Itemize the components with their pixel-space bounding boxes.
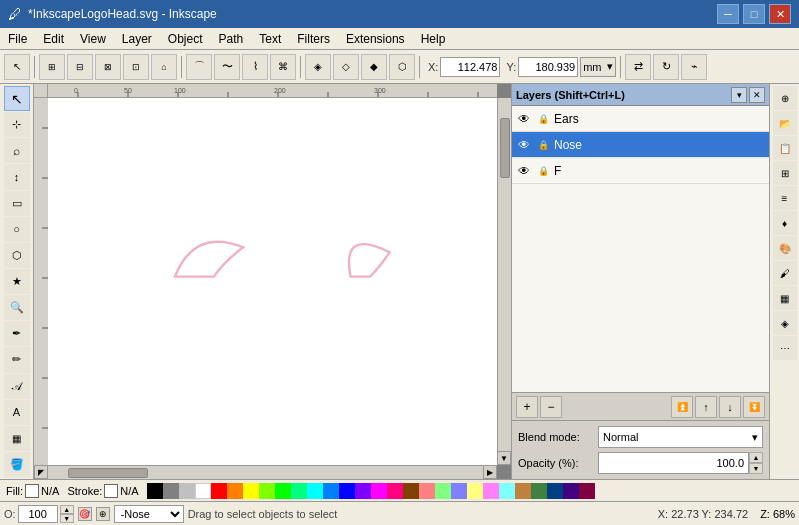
menu-edit[interactable]: Edit [35, 30, 72, 48]
ear-visibility-icon[interactable]: 👁 [516, 111, 532, 127]
snap-btn-3[interactable]: ⊠ [95, 54, 121, 80]
rtool-color2[interactable]: 🖌 [773, 261, 797, 285]
node-btn-2[interactable]: ◇ [333, 54, 359, 80]
palette-cream[interactable] [467, 483, 483, 499]
fill-swatch[interactable] [25, 484, 39, 498]
node-select[interactable]: -Nose [114, 505, 184, 523]
nose-lock-icon[interactable]: 🔒 [536, 138, 550, 152]
move-layer-down-btn[interactable]: ↓ [719, 396, 741, 418]
scroll-arrow-right[interactable]: ▶ [483, 465, 497, 479]
h-scroll-thumb[interactable] [68, 468, 148, 478]
layers-panel-close[interactable]: ✕ [749, 87, 765, 103]
node-btn-1[interactable]: ◈ [305, 54, 331, 80]
zoom-tool[interactable]: ⌕ [4, 138, 30, 163]
palette-green[interactable] [275, 483, 291, 499]
gradient-tool[interactable]: ▦ [4, 426, 30, 451]
palette-blue[interactable] [339, 483, 355, 499]
curve-btn-1[interactable]: ⌒ [186, 54, 212, 80]
menu-help[interactable]: Help [413, 30, 454, 48]
vertical-scrollbar[interactable] [497, 98, 511, 465]
rtool-paint[interactable]: 🎨 [773, 236, 797, 260]
palette-magenta[interactable] [371, 483, 387, 499]
curve-btn-3[interactable]: ⌇ [242, 54, 268, 80]
snap-btn-1[interactable]: ⊞ [39, 54, 65, 80]
circle-tool[interactable]: ○ [4, 217, 30, 242]
palette-white[interactable] [195, 483, 211, 499]
palette-salmon[interactable] [419, 483, 435, 499]
palette-tan[interactable] [515, 483, 531, 499]
menu-filters[interactable]: Filters [289, 30, 338, 48]
palette-silver[interactable] [179, 483, 195, 499]
rtool-open[interactable]: 📂 [773, 111, 797, 135]
layer-item-f[interactable]: 👁 🔒 F [512, 158, 769, 184]
rtool-layers[interactable]: ≡ [773, 186, 797, 210]
opacity-value[interactable]: 100.0 [598, 452, 749, 474]
menu-object[interactable]: Object [160, 30, 211, 48]
node-btn-3[interactable]: ◆ [361, 54, 387, 80]
node-btn-4[interactable]: ⬡ [389, 54, 415, 80]
nose-visibility-icon[interactable]: 👁 [516, 137, 532, 153]
node-tool[interactable]: ⊹ [4, 112, 30, 137]
ear-lock-icon[interactable]: 🔒 [536, 112, 550, 126]
palette-azure[interactable] [323, 483, 339, 499]
palette-rose[interactable] [387, 483, 403, 499]
rect-tool[interactable]: ▭ [4, 191, 30, 216]
palette-violet[interactable] [355, 483, 371, 499]
menu-path[interactable]: Path [211, 30, 252, 48]
transform-btn-1[interactable]: ⇄ [625, 54, 651, 80]
palette-mint[interactable] [435, 483, 451, 499]
pencil-tool[interactable]: ✏ [4, 347, 30, 372]
palette-lime[interactable] [259, 483, 275, 499]
transform-btn-3[interactable]: ⌁ [681, 54, 707, 80]
palette-gray[interactable] [163, 483, 179, 499]
rtool-more[interactable]: ⋯ [773, 336, 797, 360]
horizontal-scrollbar[interactable] [48, 465, 497, 479]
canvas[interactable] [48, 98, 497, 465]
rtool-pattern[interactable]: ▦ [773, 286, 797, 310]
x-input[interactable] [440, 57, 500, 77]
palette-orange[interactable] [227, 483, 243, 499]
move-layer-bottom-btn[interactable]: ⏬ [743, 396, 765, 418]
snap-btn-2[interactable]: ⊟ [67, 54, 93, 80]
pick-color-btn[interactable]: 🎯 [78, 507, 92, 521]
snap-btn-5[interactable]: ⌂ [151, 54, 177, 80]
canvas-container[interactable]: 0 50 100 200 300 0 [34, 84, 511, 479]
menu-layer[interactable]: Layer [114, 30, 160, 48]
rtool-snap[interactable]: ⊕ [773, 86, 797, 110]
magnify-tool[interactable]: 🔍 [4, 295, 30, 320]
palette-black[interactable] [147, 483, 163, 499]
layer-item-ears[interactable]: 👁 🔒 Ears [512, 106, 769, 132]
paint-tool[interactable]: 🪣 [4, 452, 30, 477]
text-tool[interactable]: A [4, 400, 30, 425]
palette-red[interactable] [211, 483, 227, 499]
stroke-swatch[interactable] [104, 484, 118, 498]
transform-btn-2[interactable]: ↻ [653, 54, 679, 80]
palette-pink[interactable] [483, 483, 499, 499]
pen-tool[interactable]: ✒ [4, 321, 30, 346]
palette-sky[interactable] [499, 483, 515, 499]
maximize-button[interactable]: □ [743, 4, 765, 24]
palette-indigo[interactable] [563, 483, 579, 499]
menu-extensions[interactable]: Extensions [338, 30, 413, 48]
rtool-objects[interactable]: ⊞ [773, 161, 797, 185]
v-scroll-thumb[interactable] [500, 118, 510, 178]
polygon-tool[interactable]: ⬡ [4, 243, 30, 268]
f-visibility-icon[interactable]: 👁 [516, 163, 532, 179]
scroll-corner-btn[interactable]: ◤ [34, 465, 48, 479]
opacity-down-btn[interactable]: ▼ [60, 514, 74, 523]
opacity-field-input[interactable] [18, 505, 58, 523]
scroll-arrow-down[interactable]: ▼ [497, 451, 511, 465]
snap-btn-4[interactable]: ⊡ [123, 54, 149, 80]
palette-periwinkle[interactable] [451, 483, 467, 499]
curve-btn-4[interactable]: ⌘ [270, 54, 296, 80]
callig-tool[interactable]: 𝒜 [4, 374, 30, 399]
opacity-spin-down[interactable]: ▼ [749, 463, 763, 474]
palette-brown[interactable] [403, 483, 419, 499]
layers-panel-menu[interactable]: ▾ [731, 87, 747, 103]
add-layer-btn[interactable]: + [516, 396, 538, 418]
palette-yellow[interactable] [243, 483, 259, 499]
f-lock-icon[interactable]: 🔒 [536, 164, 550, 178]
measure-tool[interactable]: ↕ [4, 164, 30, 189]
move-layer-up-btn[interactable]: ↑ [695, 396, 717, 418]
curve-btn-2[interactable]: 〜 [214, 54, 240, 80]
